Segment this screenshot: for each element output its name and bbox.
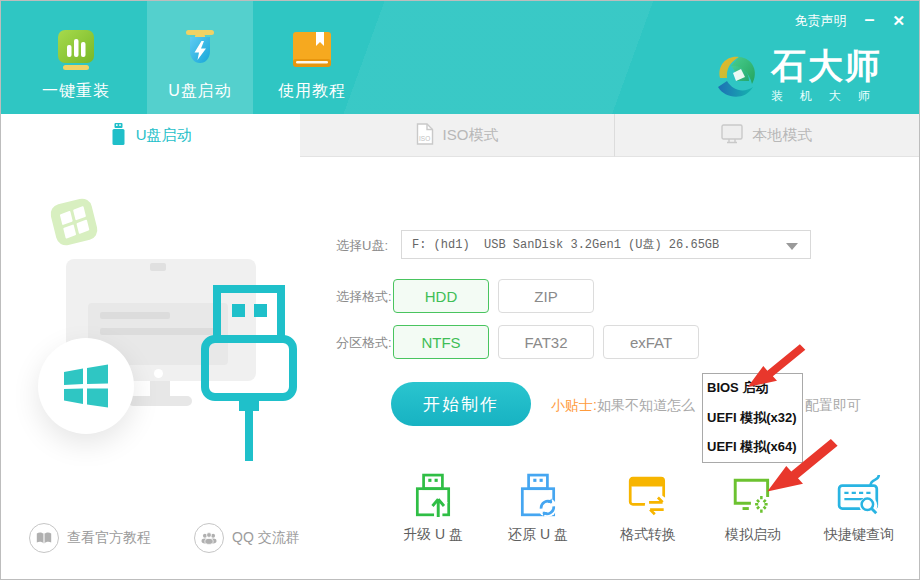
tip-text: 小贴士:如果不知道怎么 bbox=[551, 397, 695, 415]
shield-lightning-icon bbox=[178, 27, 222, 73]
app-window: 一键重装 U盘启动 bbox=[0, 0, 920, 580]
tab-label: U盘启动 bbox=[168, 81, 232, 102]
tool-hotkey-query[interactable]: 快捷键查询 bbox=[804, 473, 914, 544]
svg-text:ISO: ISO bbox=[419, 135, 430, 142]
tool-label: 快捷键查询 bbox=[824, 526, 894, 544]
usb-stick-icon bbox=[110, 123, 127, 149]
windows-chip-icon bbox=[49, 197, 100, 248]
tip-prefix: 小贴士: bbox=[551, 397, 597, 413]
windows-logo-badge bbox=[38, 338, 134, 434]
tool-label: 升级 U 盘 bbox=[403, 526, 463, 544]
official-tutorial-link[interactable]: 查看官方教程 bbox=[29, 523, 151, 553]
tool-restore-usb[interactable]: 还原 U 盘 bbox=[483, 473, 593, 544]
tab-tutorial[interactable]: 使用教程 bbox=[259, 1, 365, 114]
tool-format-convert[interactable]: 格式转换 bbox=[593, 473, 703, 544]
simulate-boot-icon bbox=[730, 473, 776, 523]
format-option-hdd[interactable]: HDD bbox=[393, 279, 489, 313]
brand-subtitle: 装机大师 bbox=[771, 88, 887, 105]
partition-option-ntfs[interactable]: NTFS bbox=[393, 325, 489, 359]
people-circle-icon bbox=[194, 523, 224, 553]
partition-label: 分区格式: bbox=[336, 334, 392, 352]
tab-usb-boot[interactable]: U盘启动 bbox=[147, 1, 253, 114]
monitor-icon bbox=[721, 124, 743, 147]
tool-upgrade-usb[interactable]: 升级 U 盘 bbox=[378, 473, 488, 544]
hotkey-query-icon bbox=[836, 473, 882, 523]
mode-tab-iso[interactable]: ISO ISO模式 bbox=[300, 114, 613, 157]
titlebar-controls: 免责声明 – ✕ bbox=[794, 11, 905, 31]
app-header: 一键重装 U盘启动 bbox=[1, 1, 919, 114]
book-circle-icon bbox=[29, 523, 59, 553]
usb-select-label: 选择U盘: bbox=[336, 237, 388, 255]
partition-option-fat32[interactable]: FAT32 bbox=[498, 325, 594, 359]
format-convert-icon bbox=[625, 473, 671, 523]
brand-logo: 石大师 装机大师 bbox=[711, 47, 887, 105]
bar-chart-icon bbox=[54, 27, 98, 73]
boot-item-uefi-x32[interactable]: UEFI 模拟(x32) bbox=[707, 409, 800, 427]
format-option-zip[interactable]: ZIP bbox=[498, 279, 594, 313]
mode-tab-bar: U盘启动 ISO ISO模式 本地模式 bbox=[1, 114, 919, 157]
usb-drive-select[interactable]: F: (hd1) USB SanDisk 3.2Gen1 (U盘) 26.65G… bbox=[401, 230, 811, 259]
usb-illustration bbox=[1, 157, 341, 487]
boot-mode-popup: BIOS 启动 UEFI 模拟(x32) UEFI 模拟(x64) bbox=[702, 373, 803, 463]
mode-tab-usb-boot[interactable]: U盘启动 bbox=[1, 114, 300, 157]
disclaimer-link[interactable]: 免责声明 bbox=[794, 12, 846, 30]
usb-restore-icon bbox=[515, 473, 561, 523]
tab-label: 使用教程 bbox=[278, 81, 346, 102]
tool-label: 格式转换 bbox=[620, 526, 676, 544]
start-make-button[interactable]: 开始制作 bbox=[391, 382, 531, 426]
close-icon[interactable]: ✕ bbox=[892, 11, 905, 31]
iso-file-icon: ISO bbox=[416, 123, 434, 148]
link-label: QQ 交流群 bbox=[232, 529, 300, 547]
usb-plug-illustration bbox=[197, 283, 301, 471]
qq-group-link[interactable]: QQ 交流群 bbox=[194, 523, 300, 553]
mode-tab-label: ISO模式 bbox=[443, 126, 499, 145]
dropdown-caret-icon bbox=[786, 243, 798, 250]
format-label: 选择格式: bbox=[336, 288, 392, 306]
mode-tab-local[interactable]: 本地模式 bbox=[614, 114, 919, 157]
link-label: 查看官方教程 bbox=[67, 529, 151, 547]
minimize-icon[interactable]: – bbox=[864, 9, 874, 29]
partition-option-exfat[interactable]: exFAT bbox=[603, 325, 699, 359]
mode-tab-label: U盘启动 bbox=[136, 126, 192, 145]
boot-item-uefi-x64[interactable]: UEFI 模拟(x64) bbox=[707, 438, 800, 456]
tool-simulate-boot[interactable]: 模拟启动 bbox=[698, 473, 808, 544]
tool-label: 还原 U 盘 bbox=[508, 526, 568, 544]
tab-one-key-reinstall[interactable]: 一键重装 bbox=[23, 1, 129, 114]
usb-upgrade-icon bbox=[410, 473, 456, 523]
brand-mark-icon bbox=[711, 51, 761, 101]
boot-item-bios[interactable]: BIOS 启动 bbox=[707, 379, 800, 397]
tab-label: 一键重装 bbox=[42, 81, 110, 102]
tip-text-tail: 配置即可 bbox=[805, 397, 861, 415]
brand-name: 石大师 bbox=[771, 47, 887, 85]
usb-drive-value: F: (hd1) USB SanDisk 3.2Gen1 (U盘) 26.65G… bbox=[412, 236, 719, 253]
tool-label: 模拟启动 bbox=[725, 526, 781, 544]
mode-tab-label: 本地模式 bbox=[752, 126, 812, 145]
book-icon bbox=[290, 27, 334, 73]
